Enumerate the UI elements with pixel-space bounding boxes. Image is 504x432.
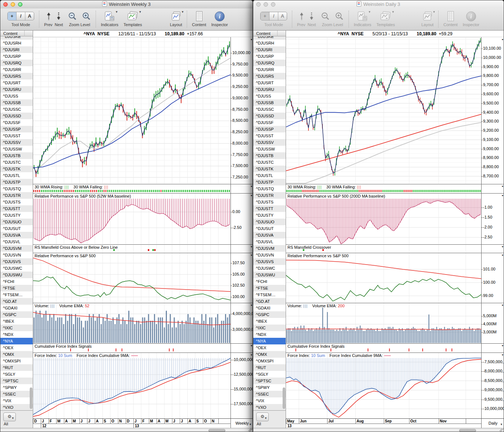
content-icon[interactable]	[196, 11, 203, 21]
sidebar-item-ixic[interactable]: ^IXIC	[253, 325, 286, 331]
prev-icon[interactable]	[299, 12, 304, 21]
sidebar-item-omx[interactable]: ^OMX	[253, 351, 286, 358]
crosshair-tool-icon[interactable]: +	[261, 12, 269, 20]
pane-separator[interactable]	[286, 343, 504, 344]
pane-separator[interactable]	[286, 353, 504, 353]
trendline-tool-icon[interactable]: /	[17, 12, 25, 20]
pane-separator[interactable]	[33, 244, 253, 245]
pane-collapse-icon[interactable]: ▾	[502, 304, 503, 307]
sidebar-item-sptsc[interactable]: ^SPTSC	[0, 378, 33, 384]
sidebar-item-djusts[interactable]: ^DJUSTS	[253, 199, 286, 205]
sidebar-item-djusrq[interactable]: ^DJUSRQ	[253, 60, 286, 66]
pane-collapse-icon[interactable]: ▾	[251, 194, 252, 197]
sidebar-item-djusuo[interactable]: ^DJUSUO	[0, 219, 33, 225]
sidebar-item-djustb[interactable]: ^DJUSTB	[253, 152, 286, 159]
tool-mode-segmented[interactable]: + / A	[260, 12, 287, 21]
sidebar-item-djussw[interactable]: ^DJUSSW	[253, 146, 286, 152]
zoom-out-icon[interactable]	[321, 12, 330, 21]
sidebar-item-ssec[interactable]: ^SSEC	[0, 391, 33, 397]
gear-button[interactable]: ⚙▼	[256, 412, 269, 421]
symbol-list[interactable]: ^DJUSKE^DJUSRH^DJUSRI^DJUSRP^DJUSRQ^DJUS…	[253, 36, 286, 411]
sidebar-item-omxspi[interactable]: ^OMXSPI	[253, 358, 286, 364]
sidebar-item-djusvm[interactable]: ^DJUSVM	[253, 245, 286, 252]
sidebar-item-djuswu[interactable]: ^DJUSWU	[0, 272, 33, 278]
sidebar-item-djussv[interactable]: ^DJUSSV	[0, 139, 33, 146]
pane-separator[interactable]	[286, 303, 504, 303]
sidebar-item-djussf[interactable]: ^DJUSSF	[0, 119, 33, 126]
sidebar-item-djusrs[interactable]: ^DJUSRS	[0, 73, 33, 79]
sidebar-item-djusrp[interactable]: ^DJUSRP	[253, 53, 286, 60]
close-button[interactable]	[3, 2, 8, 7]
minimize-button[interactable]	[264, 2, 268, 7]
sidebar-item-djussc[interactable]: ^DJUSSC	[253, 106, 286, 113]
pane-collapse-icon[interactable]: ▾	[251, 185, 252, 188]
sidebar-item-djussb[interactable]: ^DJUSSB	[0, 99, 33, 106]
sidebar-item-fchi[interactable]: ^FCHI	[0, 278, 33, 285]
sidebar-item-djussb[interactable]: ^DJUSSB	[253, 99, 286, 106]
trendline-tool-icon[interactable]: /	[269, 12, 278, 20]
sidebar-item-sgly[interactable]: ^SGLY	[253, 371, 286, 378]
sidebar-item-ftsem[interactable]: ^FTSEM…	[253, 291, 286, 298]
pane-collapse-icon[interactable]: ▾	[502, 185, 503, 188]
sidebar-item-gdat[interactable]: ^GD.AT	[0, 298, 33, 305]
sidebar-item-gdat[interactable]: ^GD.AT	[253, 298, 286, 305]
text-tool-icon[interactable]: A	[278, 12, 287, 20]
sidebar-item-oex[interactable]: ^OEX	[253, 344, 286, 351]
sidebar-item-djustq[interactable]: ^DJUSTQ	[0, 185, 33, 192]
sidebar-item-djussd[interactable]: ^DJUSSD	[0, 113, 33, 119]
sidebar-item-djusrs[interactable]: ^DJUSRS	[253, 73, 286, 79]
sidebar-item-djustc[interactable]: ^DJUSTC	[253, 159, 286, 166]
text-tool-icon[interactable]: A	[25, 12, 34, 20]
pane-separator[interactable]	[33, 353, 253, 353]
pane-separator[interactable]	[286, 244, 504, 245]
sidebar-item-djustr[interactable]: ^DJUSTR	[0, 192, 33, 199]
sidebar-item-sgly[interactable]: ^SGLY	[0, 371, 33, 378]
sidebar-item-djustk[interactable]: ^DJUSTK	[0, 166, 33, 172]
sidebar-item-djusrr[interactable]: ^DJUSRR	[253, 66, 286, 73]
sidebar-item-djusrr[interactable]: ^DJUSRR	[0, 66, 33, 73]
next-icon[interactable]	[309, 12, 314, 21]
sidebar-header[interactable]: Content	[0, 31, 33, 36]
sidebar-item-djustk[interactable]: ^DJUSTK	[253, 166, 286, 172]
sidebar-item-rut[interactable]: ^RUT	[0, 364, 33, 371]
sidebar-item-djussc[interactable]: ^DJUSSC	[0, 106, 33, 113]
sidebar-item-gspc[interactable]: ^GSPC	[0, 311, 33, 318]
scrollbar-thumb[interactable]	[459, 429, 476, 432]
sidebar-item-vxo[interactable]: ^VXO	[0, 404, 33, 411]
sidebar-item-djusst[interactable]: ^DJUSST	[0, 132, 33, 139]
sidebar-item-djusvs[interactable]: ^DJUSVS	[253, 258, 286, 265]
scrollbar-thumb[interactable]	[208, 429, 225, 432]
crosshair-tool-icon[interactable]: +	[8, 12, 17, 20]
sidebar-item-djustb[interactable]: ^DJUSTB	[0, 152, 33, 159]
sidebar-item-djuss[interactable]: ^DJUSS	[0, 93, 33, 99]
sidebar-item-rut[interactable]: ^RUT	[253, 364, 286, 371]
sidebar-item-djusrt[interactable]: ^DJUSRT	[253, 79, 286, 86]
zoom-in-icon[interactable]	[335, 12, 344, 21]
sidebar-item-oex[interactable]: ^OEX	[0, 344, 33, 351]
pane-collapse-icon[interactable]: ▾	[251, 354, 252, 357]
titlebar[interactable]: Weinstein Weekly 3	[0, 0, 253, 9]
sidebar-item-djusvn[interactable]: ^DJUSVN	[253, 252, 286, 258]
sidebar-item-ftse[interactable]: ^FTSE	[253, 285, 286, 291]
sidebar-item-ibex[interactable]: ^IBEX	[253, 318, 286, 325]
sidebar-item-djustp[interactable]: ^DJUSTP	[253, 179, 286, 185]
sidebar-item-djuswu[interactable]: ^DJUSWU	[253, 272, 286, 278]
sidebar-item-djusrh[interactable]: ^DJUSRH	[0, 40, 33, 46]
symbol-list[interactable]: ^DJUSKE^DJUSRH^DJUSRI^DJUSRP^DJUSRQ^DJUS…	[0, 36, 33, 411]
sidebar-item-spwy[interactable]: ^SPWY	[253, 384, 286, 391]
sidebar-item-djuske[interactable]: ^DJUSKE	[253, 36, 286, 40]
sidebar-item-djusvm[interactable]: ^DJUSVM	[0, 245, 33, 252]
sidebar-item-djuswc[interactable]: ^DJUSWC	[253, 265, 286, 272]
inspector-icon[interactable]: i	[466, 11, 476, 21]
sidebar-item-djusty[interactable]: ^DJUSTY	[0, 212, 33, 219]
zoom-in-icon[interactable]	[82, 12, 91, 21]
sidebar-item-djustr[interactable]: ^DJUSTR	[253, 192, 286, 199]
sidebar-item-djusri[interactable]: ^DJUSRI	[253, 46, 286, 53]
sidebar-item-djusva[interactable]: ^DJUSVA	[0, 232, 33, 238]
sidebar-item-djuske[interactable]: ^DJUSKE	[0, 36, 33, 40]
sidebar-item-djustl[interactable]: ^DJUSTL	[0, 172, 33, 179]
sidebar-item-ndx[interactable]: ^NDX	[0, 331, 33, 338]
sidebar-item-ftsem[interactable]: ^FTSEM…	[0, 291, 33, 298]
sidebar-item-djussp[interactable]: ^DJUSSP	[0, 126, 33, 132]
sidebar-scrollbar-thumb[interactable]	[283, 387, 285, 409]
